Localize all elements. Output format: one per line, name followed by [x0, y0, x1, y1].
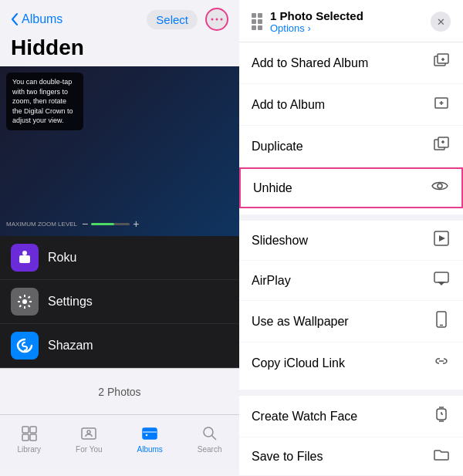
- list-item[interactable]: Shazam: [0, 324, 239, 368]
- app-name: Shazam: [48, 339, 93, 353]
- list-item[interactable]: Roku: [0, 236, 239, 280]
- svg-rect-6: [22, 427, 29, 433]
- sheet-options[interactable]: Options ›: [270, 22, 363, 34]
- tooltip-text: You can double-tap with two fingers to z…: [12, 78, 73, 124]
- duplicate-icon: [432, 136, 451, 157]
- phone-icon: [432, 311, 451, 332]
- link-icon: [432, 353, 451, 373]
- app-list: Roku Settings Shazam: [0, 236, 239, 368]
- menu-item-slideshow[interactable]: Slideshow: [239, 221, 463, 261]
- menu-item-airplay[interactable]: AirPlay: [239, 261, 463, 301]
- svg-rect-12: [143, 428, 157, 439]
- zoom-bar: MAXIMUM ZOOM LEVEL − +: [6, 218, 139, 230]
- svg-marker-31: [438, 282, 445, 285]
- menu-item-label: Use as Wallpaper: [252, 315, 349, 329]
- menu-item-label: Slideshow: [252, 234, 308, 248]
- sheet-title-group: 1 Photo Selected Options ›: [270, 9, 363, 34]
- svg-point-4: [22, 251, 27, 255]
- app-name: Settings: [48, 295, 93, 309]
- section-divider-2: [239, 390, 463, 396]
- zoom-control: − +: [82, 218, 139, 230]
- tab-albums[interactable]: Albums: [137, 424, 162, 454]
- right-panel: 1 Photo Selected Options › ✕ Add to Shar…: [239, 0, 463, 476]
- menu-list: Add to Shared Album Add to Album: [239, 42, 463, 476]
- roku-icon: [11, 244, 39, 272]
- menu-item-label: Copy iCloud Link: [252, 356, 345, 370]
- menu-item-wallpaper[interactable]: Use as Wallpaper: [239, 301, 463, 343]
- sheet-header: 1 Photo Selected Options › ✕: [239, 0, 463, 42]
- menu-item-watch-face[interactable]: Create Watch Face: [239, 396, 463, 437]
- svg-rect-8: [22, 434, 29, 441]
- sheet-header-left: 1 Photo Selected Options ›: [252, 9, 363, 34]
- back-button[interactable]: Albums: [11, 12, 63, 26]
- nav-bar: Albums Select: [0, 0, 239, 34]
- zoom-minus-icon: −: [82, 218, 88, 230]
- svg-point-2: [221, 19, 223, 21]
- menu-item-label: Add to Shared Album: [252, 56, 368, 70]
- menu-item-label: AirPlay: [252, 274, 291, 288]
- add-album-icon: [432, 94, 451, 115]
- menu-item-icloud-link[interactable]: Copy iCloud Link: [239, 343, 463, 383]
- svg-rect-30: [434, 272, 448, 282]
- svg-rect-3: [19, 255, 30, 263]
- tab-library[interactable]: Library: [17, 424, 41, 454]
- tooltip-box: You can double-tap with two fingers to z…: [6, 73, 83, 130]
- menu-item-unhide[interactable]: Unhide: [239, 167, 463, 208]
- zoom-label: MAXIMUM ZOOM LEVEL: [6, 221, 77, 228]
- menu-item-label: Unhide: [253, 181, 292, 195]
- folder-icon: [432, 447, 451, 465]
- svg-point-11: [87, 430, 90, 434]
- settings-icon: [11, 288, 39, 316]
- zoom-track: [91, 223, 130, 225]
- zoom-plus-icon: +: [133, 218, 139, 230]
- tab-foryou-label: For You: [76, 445, 102, 454]
- watch-icon: [432, 406, 451, 427]
- svg-point-27: [438, 184, 442, 188]
- menu-item-add-album[interactable]: Add to Album: [239, 84, 463, 126]
- svg-rect-9: [30, 434, 36, 441]
- play-icon: [432, 231, 451, 250]
- menu-item-label: Duplicate: [252, 140, 303, 154]
- section-divider-1: [239, 214, 463, 221]
- close-button[interactable]: ✕: [431, 12, 451, 32]
- svg-point-5: [22, 299, 27, 304]
- airplay-icon: [432, 271, 451, 290]
- svg-marker-29: [439, 235, 445, 241]
- tab-albums-label: Albums: [137, 445, 162, 454]
- svg-point-1: [216, 19, 218, 21]
- bottom-bar: 2 Photos: [0, 368, 239, 414]
- list-item[interactable]: Settings: [0, 280, 239, 324]
- nav-actions: Select: [147, 8, 228, 31]
- tab-search-label: Search: [198, 445, 222, 454]
- tab-bar: Library For You Albums Search: [0, 414, 239, 468]
- svg-line-15: [211, 435, 216, 440]
- eye-icon: [431, 179, 449, 197]
- back-label: Albums: [22, 12, 63, 26]
- left-panel: Albums Select Hidden You can double-tap …: [0, 0, 239, 476]
- zoom-fill: [91, 223, 114, 225]
- menu-item-label: Add to Album: [252, 98, 325, 112]
- svg-rect-7: [30, 427, 36, 433]
- app-name: Roku: [48, 251, 76, 265]
- tab-search[interactable]: Search: [198, 424, 222, 454]
- menu-item-add-shared-album[interactable]: Add to Shared Album: [239, 42, 463, 84]
- svg-point-0: [211, 19, 214, 21]
- shazam-icon: [11, 332, 39, 360]
- tab-foryou[interactable]: For You: [76, 424, 102, 454]
- menu-item-label: Save to Files: [252, 450, 323, 464]
- sheet-title: 1 Photo Selected: [270, 9, 363, 22]
- more-button[interactable]: [205, 8, 228, 31]
- menu-section-2: Slideshow AirPlay Use as: [239, 221, 463, 383]
- menu-item-save-files[interactable]: Save to Files: [239, 437, 463, 476]
- page-title: Hidden: [0, 34, 239, 66]
- menu-section-3: Create Watch Face Save to Files: [239, 396, 463, 476]
- photo-area: You can double-tap with two fingers to z…: [0, 66, 239, 236]
- svg-point-14: [204, 427, 213, 437]
- shared-album-icon: [432, 52, 451, 73]
- svg-point-13: [145, 434, 148, 437]
- select-button[interactable]: Select: [147, 10, 198, 29]
- menu-item-label: Create Watch Face: [252, 410, 357, 424]
- menu-section-1: Add to Shared Album Add to Album: [239, 42, 463, 208]
- photos-count: 2 Photos: [98, 386, 140, 398]
- menu-item-duplicate[interactable]: Duplicate: [239, 126, 463, 167]
